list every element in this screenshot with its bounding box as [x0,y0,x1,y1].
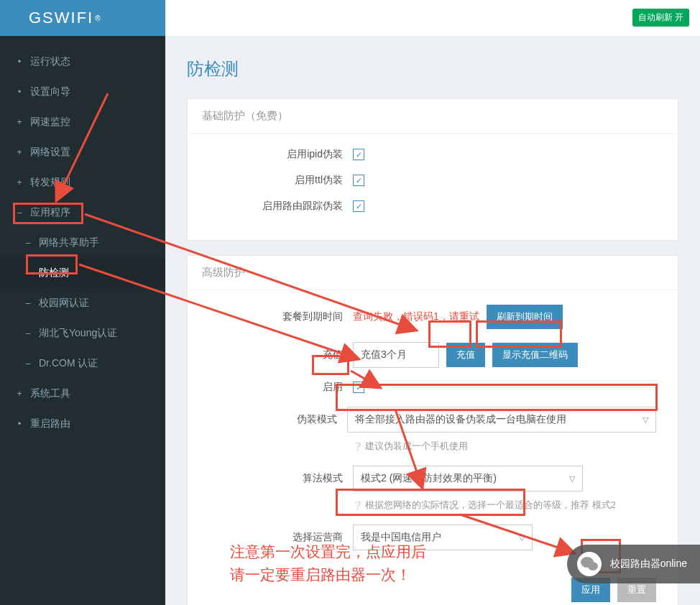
panel-basic-body: 启用ipid伪装 ✓ 启用ttl伪装 ✓ 启用路由跟踪伪装 ✓ [188,134,678,240]
label-algo: 算法模式 [209,472,353,485]
chevron-down-icon: ▽ [569,474,575,484]
page-title: 防检测 [187,57,678,80]
expire-error: 查询失败，错误码1，请重试 [353,310,479,323]
nav-reboot[interactable]: •重启路由 [0,409,165,439]
dot-icon: • [14,87,24,97]
panel-basic-title: 基础防护（免费） [188,99,678,134]
mode-value: 将全部接入路由器的设备伪装成一台电脑在使用 [355,413,566,426]
main: 自动刷新 开 防检测 基础防护（免费） 启用ipid伪装 ✓ 启用ttl伪装 ✓ [165,0,700,605]
refresh-expire-button[interactable]: 刷新到期时间 [487,305,563,329]
plus-icon: + [14,147,24,157]
nav-network[interactable]: +网络设置 [0,137,165,167]
mode-select[interactable]: 将全部接入路由器的设备伪装成一台电脑在使用 ▽ [347,407,656,433]
plus-icon: + [14,117,24,127]
panel-basic: 基础防护（免费） 启用ipid伪装 ✓ 启用ttl伪装 ✓ 启用路由跟踪伪装 ✓ [187,98,678,241]
dot-icon: • [14,57,24,67]
dash-icon: – [23,268,33,278]
nav-forward[interactable]: +转发规则 [0,167,165,198]
row-mode: 伪装模式 将全部接入路由器的设备伪装成一台电脑在使用 ▽ [209,407,656,433]
nav-apps[interactable]: –应用程序 [0,198,165,228]
algo-hint: 根据您网络的实际情况，选择一个最适合的等级，推荐 模式2 [353,499,616,512]
label-recharge: 充值 [209,348,353,361]
nav-campus[interactable]: –校园网认证 [0,288,165,318]
chevron-down-icon: ▽ [643,415,648,425]
recharge-button[interactable]: 充值 [446,343,485,367]
wechat-text: 校园路由器online [610,558,687,571]
wechat-banner: 校园路由器online [567,545,700,583]
panel-advanced-title: 高级防护 [188,256,678,290]
row-enable: 启用 ✓ [209,381,656,394]
panel-advanced-body: 套餐到期时间 查询失败，错误码1，请重试 刷新到期时间 充值 充值3个月 充 [188,290,678,578]
dot-icon: • [14,419,24,429]
label-ipid: 启用ipid伪装 [209,148,353,161]
nav: •运行状态 •设置向导 +网速监控 +网络设置 +转发规则 –应用程序 –网络共… [0,36,165,439]
plus-icon: + [14,389,24,399]
mode-hint: 建议伪装成一个手机使用 [353,440,468,453]
wechat-icon [577,552,602,576]
annotation-warning: 注意第一次设置完，点应用后 请一定要重启路由器一次！ [230,540,426,586]
warn-line2: 请一定要重启路由器一次！ [230,563,426,586]
label-expire: 套餐到期时间 [209,310,353,323]
row-recharge: 充值 充值3个月 充值 显示充值二维码 [209,342,656,368]
row-ipid: 启用ipid伪装 ✓ [209,148,656,161]
label-mode: 伪装模式 [209,413,347,426]
label-ttl: 启用ttl伪装 [209,174,353,187]
recharge-value: 充值3个月 [361,348,407,361]
checkbox-enable[interactable]: ✓ [353,382,364,393]
sidebar: GSWIFI ® •运行状态 •设置向导 +网速监控 +网络设置 +转发规则 –… [0,0,165,605]
auto-refresh-badge[interactable]: 自动刷新 开 [632,9,689,27]
topbar: 自动刷新 开 [165,0,700,36]
checkbox-ipid[interactable]: ✓ [353,149,364,160]
brand-text: GSWIFI [29,9,93,27]
nav-tools[interactable]: +系统工具 [0,379,165,409]
brand-sup: ® [95,14,101,22]
recharge-select[interactable]: 充值3个月 [353,342,439,368]
nav-detect[interactable]: –防检测 [0,258,165,288]
show-qr-button[interactable]: 显示充值二维码 [492,343,578,367]
chevron-down-icon: ▽ [519,533,525,542]
warn-line1: 注意第一次设置完，点应用后 [230,540,426,563]
plus-icon: + [14,177,24,188]
row-ttl: 启用ttl伪装 ✓ [209,174,656,187]
brand-logo: GSWIFI ® [0,0,165,36]
dash-icon: – [23,359,33,369]
nav-wizard[interactable]: •设置向导 [0,77,165,107]
minus-icon: – [14,208,24,218]
algo-value: 模式2 (网速与防封效果的平衡) [361,472,497,485]
row-algo-hint: 根据您网络的实际情况，选择一个最适合的等级，推荐 模式2 [209,494,656,512]
checkbox-ttl[interactable]: ✓ [353,175,364,186]
app-root: GSWIFI ® •运行状态 •设置向导 +网速监控 +网络设置 +转发规则 –… [0,0,700,605]
nav-hubei[interactable]: –湖北飞Young认证 [0,318,165,348]
label-enable: 启用 [209,381,353,394]
row-expire: 套餐到期时间 查询失败，错误码1，请重试 刷新到期时间 [209,305,656,329]
dash-icon: – [23,298,33,308]
row-route: 启用路由跟踪伪装 ✓ [209,200,656,213]
nav-speed[interactable]: +网速监控 [0,107,165,137]
content: 防检测 基础防护（免费） 启用ipid伪装 ✓ 启用ttl伪装 ✓ 启用路由跟踪… [165,36,700,605]
nav-status[interactable]: •运行状态 [0,47,165,77]
nav-drcom[interactable]: –Dr.COM 认证 [0,348,165,379]
row-algo: 算法模式 模式2 (网速与防封效果的平衡) ▽ [209,466,656,491]
dash-icon: – [23,238,33,248]
checkbox-route[interactable]: ✓ [353,200,364,212]
row-mode-hint: 建议伪装成一个手机使用 [209,435,656,453]
nav-share[interactable]: –网络共享助手 [0,228,165,258]
algo-select[interactable]: 模式2 (网速与防封效果的平衡) ▽ [353,466,583,491]
nav-apps-sub: –网络共享助手 –防检测 –校园网认证 –湖北飞Young认证 –Dr.COM … [0,228,165,379]
dash-icon: – [23,328,33,338]
label-route: 启用路由跟踪伪装 [209,200,353,213]
